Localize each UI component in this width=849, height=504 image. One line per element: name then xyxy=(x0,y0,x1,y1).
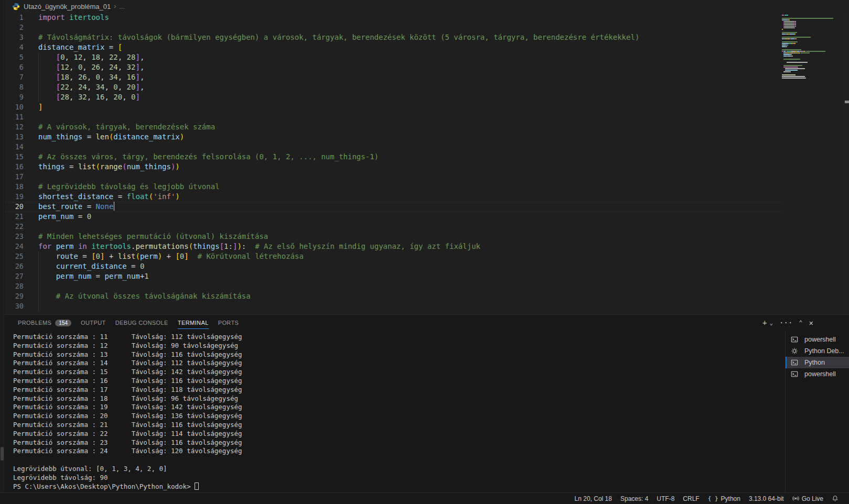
code-line[interactable]: 1import itertools xyxy=(5,13,782,23)
code-line[interactable]: 29 # Az útvonal összes távolságának kisz… xyxy=(5,291,782,301)
code-line[interactable]: 8 [22, 24, 34, 0, 20], xyxy=(5,82,782,92)
code-line[interactable]: 18# Legrövidebb távolság és legjobb útvo… xyxy=(5,182,782,192)
terminal-list-item-python-deb-[interactable]: Python Deb... xyxy=(786,345,849,357)
code-line[interactable]: 12# A városok, tárgyak, berendezések szá… xyxy=(5,122,782,132)
terminal-list-label: powershell xyxy=(804,336,836,343)
status-label: Go Live xyxy=(802,495,823,502)
line-number: 22 xyxy=(5,222,34,232)
scroll-decoration[interactable] xyxy=(1,447,4,461)
line-number: 24 xyxy=(5,242,34,251)
bell-icon xyxy=(832,495,839,502)
scrollbar-marker xyxy=(845,101,849,103)
new-terminal-icon[interactable]: + xyxy=(762,319,767,326)
terminal-icon xyxy=(791,359,801,366)
breadcrumb-file[interactable]: Utazó_ügynök_probléma_01 xyxy=(24,3,111,10)
code-line[interactable]: 26 current_distance = 0 xyxy=(5,261,782,271)
python-file-icon xyxy=(12,3,20,10)
terminal-prompt[interactable]: PS C:\Users\Akos\Desktop\Python\Python_k… xyxy=(13,483,785,491)
breadcrumb-symbol[interactable]: ... xyxy=(119,3,125,10)
status-cursor-position[interactable]: Ln 20, Col 18 xyxy=(571,493,616,504)
status-go-live[interactable]: Go Live xyxy=(788,493,827,504)
code-line[interactable]: 14 xyxy=(5,142,782,152)
code-text: num_things = len(distance_matrix) xyxy=(34,132,184,142)
status-notifications[interactable] xyxy=(827,493,843,504)
code-line[interactable]: 21perm_num = 0 xyxy=(5,212,782,222)
close-panel-icon[interactable]: ✕ xyxy=(809,319,813,326)
code-text: things = list(range(num_things)) xyxy=(34,162,180,172)
launch-profile-dropdown-icon[interactable]: ⌄ xyxy=(769,320,773,326)
code-lines[interactable]: 1import itertools23# Távolságmátrix: táv… xyxy=(5,13,782,311)
terminal-cursor xyxy=(195,483,199,490)
code-line[interactable]: 13num_things = len(distance_matrix) xyxy=(5,132,782,142)
code-text xyxy=(34,301,38,311)
code-line[interactable]: 28 xyxy=(5,281,782,291)
code-editor[interactable]: 1import itertools23# Távolságmátrix: táv… xyxy=(5,13,849,314)
code-line[interactable]: 16things = list(range(num_things)) xyxy=(5,162,782,172)
maximize-panel-icon[interactable]: ⌃ xyxy=(799,320,802,326)
status-indentation[interactable]: Spaces: 4 xyxy=(616,493,652,504)
line-number: 26 xyxy=(5,261,34,271)
code-line[interactable]: 3# Távolságmátrix: távolságok (bármilyen… xyxy=(5,32,782,42)
panel-actions: +⌄···⌃✕ xyxy=(762,315,813,331)
line-number: 19 xyxy=(5,192,34,202)
panel-tab-terminal[interactable]: TERMINAL xyxy=(173,315,213,331)
code-line[interactable]: 23# Minden lehetséges permutáció (útvona… xyxy=(5,232,782,242)
code-line[interactable]: 9 [28, 32, 16, 20, 0] xyxy=(5,92,782,102)
code-line[interactable]: 19shortest_distance = float('inf') xyxy=(5,192,782,202)
code-line[interactable]: 5 [0, 12, 18, 22, 28], xyxy=(5,52,782,62)
vscode-window: Utazó_ügynök_probléma_01 › ... 1import i… xyxy=(0,0,849,504)
status-language-mode[interactable]: { }Python xyxy=(704,493,745,504)
panel-tab-output[interactable]: OUTPUT xyxy=(76,315,111,331)
terminal-line: Legrövidebb útvonal: [0, 1, 3, 4, 2, 0] xyxy=(13,465,785,474)
terminal-output[interactable]: Permutáció sorszáma : 11 Távolság: 112 t… xyxy=(5,331,785,492)
code-line[interactable]: 22 xyxy=(5,222,782,232)
code-text: # Távolságmátrix: távolságok (bármilyen … xyxy=(34,32,639,42)
line-number: 15 xyxy=(5,152,34,162)
line-number: 21 xyxy=(5,212,34,222)
code-line[interactable]: 30 xyxy=(5,301,782,311)
code-text xyxy=(34,281,38,291)
line-number: 23 xyxy=(5,232,34,242)
text-cursor xyxy=(114,202,115,211)
code-line[interactable]: 15# Az összes város, tárgy, berendezés f… xyxy=(5,152,782,162)
line-number: 7 xyxy=(5,72,34,82)
panel-tab-ports[interactable]: PORTS xyxy=(213,315,244,331)
code-line[interactable]: 10] xyxy=(5,102,782,112)
terminal-list-item-powershell[interactable]: powershell xyxy=(786,334,849,345)
code-line[interactable]: 27 perm_num = perm_num+1 xyxy=(5,271,782,281)
terminal-list-label: Python xyxy=(804,359,825,366)
code-line[interactable]: 7 [18, 26, 0, 34, 16], xyxy=(5,72,782,82)
more-actions-icon[interactable]: ··· xyxy=(779,319,792,326)
editor-scrollbar[interactable] xyxy=(844,13,849,314)
code-text xyxy=(34,142,38,152)
status-encoding[interactable]: UTF-8 xyxy=(652,493,679,504)
terminal-list-item-powershell[interactable]: powershell xyxy=(786,368,849,380)
line-number: 6 xyxy=(5,62,34,72)
line-number: 27 xyxy=(5,271,34,281)
code-line[interactable]: 20best_route = None xyxy=(5,202,782,212)
minimap[interactable] xyxy=(782,15,844,312)
code-line[interactable]: 4distance_matrix = [ xyxy=(5,42,782,52)
breadcrumb[interactable]: Utazó_ügynök_probléma_01 › ... xyxy=(5,0,849,13)
panel-tab-problems[interactable]: PROBLEMS154 xyxy=(13,315,76,331)
code-line[interactable]: 24for perm in itertools.permutations(thi… xyxy=(5,242,782,251)
code-line[interactable]: 25 route = [0] + list(perm) + [0] # Körú… xyxy=(5,251,782,261)
code-text: ] xyxy=(34,102,42,112)
code-line[interactable]: 6 [12, 0, 26, 24, 32], xyxy=(5,62,782,72)
status-label: 3.13.0 64-bit xyxy=(749,495,784,502)
status-label: Ln 20, Col 18 xyxy=(575,495,612,502)
terminal-list-item-python[interactable]: Python xyxy=(786,357,849,368)
code-line[interactable]: 17 xyxy=(5,172,782,182)
code-text: import itertools xyxy=(34,13,109,23)
code-line[interactable]: 11 xyxy=(5,112,782,122)
status-eol[interactable]: CRLF xyxy=(679,493,703,504)
terminal-line: Permutáció sorszáma : 22 Távolság: 114 t… xyxy=(13,430,785,439)
terminal-line: Legrövidebb távolság: 90 xyxy=(13,474,785,483)
terminal-line: Permutáció sorszáma : 23 Távolság: 116 t… xyxy=(13,439,785,447)
code-text xyxy=(34,112,38,122)
code-line[interactable]: 2 xyxy=(5,23,782,32)
code-text: [28, 32, 16, 20, 0] xyxy=(34,92,140,102)
status-python-interpreter[interactable]: 3.13.0 64-bit xyxy=(745,493,788,504)
panel-tab-debug-console[interactable]: DEBUG CONSOLE xyxy=(111,315,173,331)
code-text: # Az útvonal összes távolságának kiszámí… xyxy=(34,291,251,301)
